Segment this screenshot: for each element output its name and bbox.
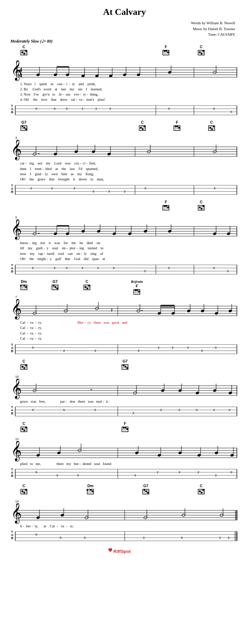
lyric-line-4: 4. Oh! the love that drew sal - va - tio… (20, 97, 239, 102)
svg-text:5: 5 (63, 408, 65, 412)
chord-name: C (20, 45, 28, 49)
svg-text:B: B (11, 190, 14, 194)
svg-text:0: 0 (230, 471, 232, 474)
chord-diagram-c4 (208, 124, 215, 132)
measure-number-6: 12 (10, 437, 239, 441)
svg-text:2: 2 (197, 471, 199, 474)
lyrics-section-4: Cal - va - ry. Mer - cy there was great … (10, 320, 239, 341)
chord-g7: G7 (20, 120, 28, 133)
staff-4: 𝄞 𝄽 (10, 299, 239, 320)
svg-point-16 (166, 50, 167, 52)
svg-text:3: 3 (137, 349, 139, 352)
svg-text:5: 5 (35, 471, 37, 474)
tab-3: T A B 5 5 5 3 2 3 5 0 5 3 (10, 261, 239, 276)
svg-text:5: 5 (54, 266, 55, 270)
lyric-line-3: 3. Now I've giv'n to Je - sus eve - ry -… (20, 92, 239, 97)
chord-g7-name: G7 (20, 120, 28, 124)
svg-point-392 (25, 427, 27, 429)
svg-text:5: 5 (230, 110, 232, 114)
svg-text:2: 2 (95, 107, 97, 110)
chord-dm2-name: Dm (87, 484, 94, 488)
lyric-s2-l1: car - ing not my Lord was cru - ci - fie… (20, 161, 239, 166)
section-6: C F (10, 421, 239, 480)
refrain-group: Refrain F (131, 279, 143, 296)
svg-text:2: 2 (157, 471, 158, 474)
svg-point-115 (213, 126, 215, 127)
svg-text:3: 3 (108, 190, 110, 193)
lyrics-lines-3: know - ing not it was for me he died on … (20, 240, 239, 261)
svg-point-15 (164, 50, 166, 52)
chord-c-6: C (83, 279, 91, 293)
svg-text:3: 3 (201, 349, 203, 352)
svg-point-260 (87, 288, 88, 289)
chord-row-1: C F (10, 45, 239, 61)
chord-f-4: F (121, 421, 129, 435)
svg-text:B: B (11, 110, 14, 114)
lyric-s2-l2: then I trem - bled at the law I'd spurne… (20, 166, 239, 171)
svg-point-400 (125, 427, 126, 429)
chord-c-5: C (197, 200, 205, 213)
svg-text:3: 3 (134, 474, 136, 477)
svg-point-391 (24, 430, 25, 431)
chord-g7-2-name: G7 (51, 279, 59, 284)
chord-dm-name: Dm (20, 279, 28, 284)
chord-c6-name: C (83, 279, 91, 284)
chord-f-3: F (162, 200, 170, 213)
svg-text:0: 0 (32, 408, 34, 412)
chord-name-f: F (162, 45, 170, 49)
svg-point-86 (22, 126, 24, 127)
svg-point-465 (92, 491, 94, 492)
chord-diagram-c10 (197, 488, 205, 495)
riffspot-logo: RiffSpot (107, 547, 142, 556)
svg-text:3: 3 (77, 474, 79, 477)
tab-4: T A B 5 2 3 3 2 3 2 3 0 (10, 341, 239, 356)
svg-text:2: 2 (132, 411, 134, 415)
lyric-s7: li - ber - ty, at Cal - va - ry. (20, 524, 239, 528)
chord-name-c2: C (197, 45, 205, 49)
svg-text:0: 0 (196, 408, 197, 412)
svg-point-340 (126, 367, 128, 369)
chord-diagram-g7-2 (51, 284, 59, 291)
tab-5: T A B 0 5 5 2 0 2 0 2 0 (10, 403, 239, 418)
chord-diagram-c6 (83, 284, 91, 291)
chord-g7-2: G7 (51, 279, 59, 293)
svg-point-129 (38, 153, 39, 155)
svg-point-17 (167, 51, 169, 53)
svg-text:5: 5 (54, 107, 55, 110)
credits: Words by William R. Newell Music by Dani… (10, 20, 239, 37)
svg-text:3: 3 (143, 536, 144, 539)
chord-row-2: G7 C (10, 120, 239, 136)
svg-text:5: 5 (32, 266, 34, 270)
svg-point-243 (25, 286, 27, 288)
svg-text:B: B (11, 536, 14, 540)
chord-diagram-c2 (197, 49, 205, 56)
svg-point-177 (201, 208, 203, 210)
chord-diagram-c3 (139, 124, 146, 132)
chord-c5-name: C (197, 200, 205, 204)
svg-text:3: 3 (178, 471, 180, 474)
svg-point-252 (56, 288, 58, 289)
svg-point-331 (25, 365, 27, 366)
svg-point-329 (22, 366, 24, 368)
tempo-marking: Moderately Slow (♩= 80) (10, 39, 239, 44)
svg-text:0: 0 (213, 266, 215, 270)
svg-text:2: 2 (213, 408, 215, 412)
chord-c10-name: C (197, 484, 205, 488)
chord-diagram-g7 (20, 124, 28, 132)
svg-point-176 (199, 207, 201, 208)
svg-text:2: 2 (219, 536, 221, 539)
svg-text:3: 3 (81, 107, 83, 110)
svg-text:5: 5 (168, 107, 170, 110)
svg-text:𝄼: 𝄼 (90, 389, 92, 390)
svg-text:2: 2 (51, 187, 53, 190)
svg-text:5: 5 (66, 107, 68, 110)
lyric-s5: grace was free, par - don there was mul … (20, 400, 239, 403)
lyrics-lines-2: car - ing not my Lord was cru - ci - fie… (20, 161, 239, 182)
chord-f2-name: F (173, 120, 181, 124)
svg-point-454 (22, 491, 24, 492)
chord-diagram-f (162, 49, 170, 56)
lyrics-section-5: grace was free, par - don there was mul … (10, 400, 239, 403)
svg-point-268 (135, 289, 136, 291)
svg-point-251 (55, 286, 56, 288)
tab-7: T A B 0 5 5 3 5 2 3 (10, 528, 239, 543)
